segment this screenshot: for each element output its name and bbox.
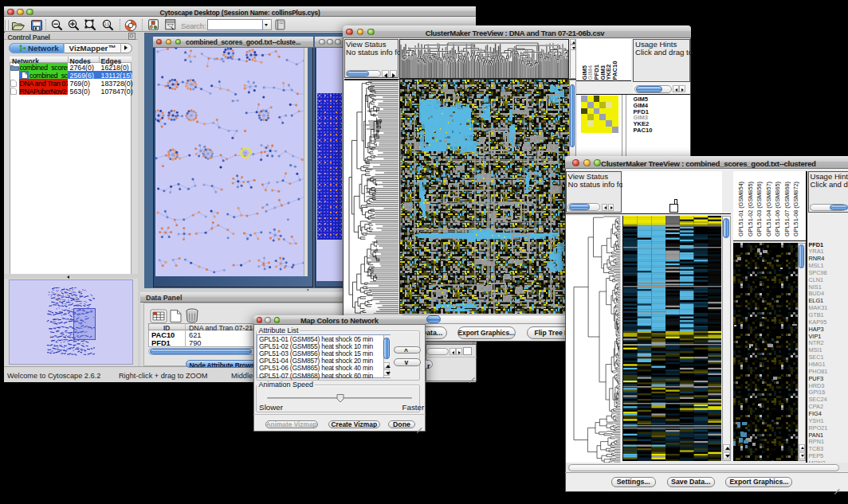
svg-text:1:1: 1:1 bbox=[104, 22, 110, 26]
